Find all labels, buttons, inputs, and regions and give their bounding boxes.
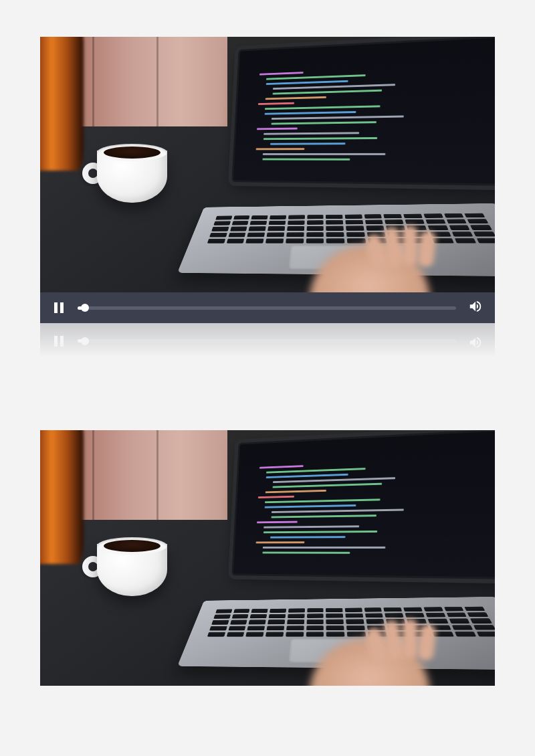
code-line [256, 541, 305, 543]
code-line [258, 496, 294, 498]
code-line [257, 521, 297, 524]
code-line [265, 490, 327, 493]
code-line [265, 111, 356, 115]
page-root [0, 0, 535, 756]
video-still-2 [40, 430, 495, 686]
code-line [257, 128, 297, 130]
code-line [266, 474, 348, 478]
video-viewport[interactable] [40, 37, 495, 292]
code-line [270, 536, 345, 538]
code-line [273, 477, 395, 483]
code-line [265, 498, 380, 503]
code-line [263, 547, 386, 549]
volume-high-icon [468, 299, 483, 316]
video-viewport [40, 430, 495, 686]
code-line [259, 72, 304, 75]
code-line [273, 84, 395, 90]
finger [402, 619, 418, 659]
video-player-1 [40, 37, 495, 357]
code-line [266, 80, 348, 85]
code-line [272, 116, 403, 120]
code-line [273, 483, 382, 488]
code-line [263, 531, 377, 533]
code-line [262, 159, 350, 161]
video-controls [40, 292, 495, 323]
seek-bar[interactable] [78, 306, 456, 310]
code-line [265, 96, 327, 100]
code-line [256, 148, 305, 150]
keyboard [207, 607, 495, 637]
laptop-screen [231, 430, 495, 579]
code-line [262, 552, 350, 554]
code-line [259, 465, 304, 468]
player-reflection [40, 323, 495, 357]
code-line [266, 74, 366, 80]
code-line [265, 105, 380, 110]
volume-button[interactable] [468, 300, 483, 315]
amber-bottle [40, 430, 84, 564]
code-line [263, 132, 359, 134]
laptop-screen [231, 37, 495, 186]
code-line [263, 525, 359, 528]
pause-button[interactable] [52, 301, 66, 314]
amber-bottle [40, 37, 84, 171]
finger [402, 225, 418, 266]
code-editor [255, 458, 477, 555]
code-line [265, 504, 356, 508]
code-line [266, 468, 366, 473]
coffee-cup [97, 544, 174, 607]
code-line [263, 137, 377, 140]
code-line [258, 102, 294, 105]
code-editor [255, 65, 477, 161]
spacer [40, 357, 495, 430]
code-line [272, 509, 403, 513]
seek-thumb[interactable] [81, 304, 89, 312]
code-line [263, 153, 386, 155]
coffee-cup [97, 151, 174, 214]
code-line [271, 514, 376, 518]
pause-icon [54, 302, 64, 313]
code-line [271, 121, 376, 124]
code-line [270, 143, 345, 145]
keyboard [207, 213, 495, 244]
code-line [273, 90, 382, 95]
